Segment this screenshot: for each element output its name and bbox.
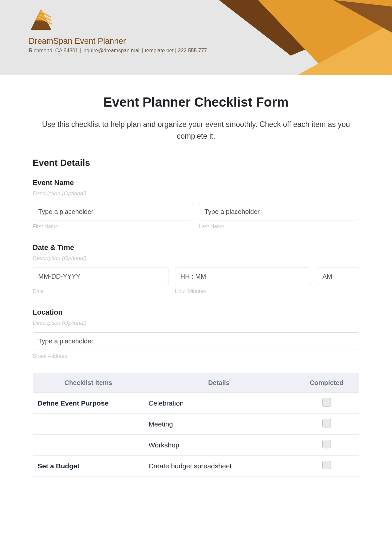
checklist-detail: Workshop xyxy=(144,435,294,456)
location-desc: Description (Optional) xyxy=(33,320,359,326)
table-row: Define Event Purpose Celebration xyxy=(33,393,359,414)
checklist-detail: Create budget spreadsheet xyxy=(144,456,294,477)
date-input[interactable] xyxy=(33,268,169,285)
table-row: Set a Budget Create budget spreadsheet xyxy=(33,456,359,477)
checklist-item: Set a Budget xyxy=(33,456,144,477)
checklist-detail: Meeting xyxy=(144,414,294,435)
checkbox[interactable] xyxy=(322,461,331,469)
time-input[interactable] xyxy=(175,268,311,285)
checklist-item: Define Event Purpose xyxy=(33,393,144,414)
checkbox[interactable] xyxy=(322,398,331,407)
date-sublabel: Date xyxy=(33,288,169,294)
company-name: DreamSpan Event Planner xyxy=(29,36,392,46)
col-items: Checklist Items xyxy=(33,373,144,393)
svg-marker-3 xyxy=(333,0,392,33)
field-location: Location Description (Optional) Street A… xyxy=(33,308,359,359)
col-completed: Completed xyxy=(294,373,359,393)
checklist-item xyxy=(33,414,144,435)
first-name-input[interactable] xyxy=(33,203,193,220)
street-address-sublabel: Street Address xyxy=(33,353,359,359)
first-name-sublabel: First Name xyxy=(33,224,193,230)
ampm-input[interactable] xyxy=(317,268,359,285)
form-title: Event Planner Checklist Form xyxy=(33,95,359,110)
form-content: Event Planner Checklist Form Use this ch… xyxy=(0,75,392,477)
col-details: Details xyxy=(144,373,294,393)
street-address-input[interactable] xyxy=(33,332,359,350)
checkbox[interactable] xyxy=(322,440,331,448)
table-row: Meeting xyxy=(33,414,359,435)
checklist-table: Checklist Items Details Completed Define… xyxy=(33,373,359,477)
checklist-item xyxy=(33,435,144,456)
form-intro: Use this checklist to help plan and orga… xyxy=(33,119,359,142)
company-info: Richmond, CA 94801 | inquire@dreamspan.m… xyxy=(29,48,392,54)
last-name-input[interactable] xyxy=(199,203,359,220)
field-event-name: Event Name Description (Optional) First … xyxy=(33,179,359,230)
table-row: Workshop xyxy=(33,435,359,456)
section-event-details: Event Details xyxy=(33,158,359,168)
event-name-label: Event Name xyxy=(33,179,359,187)
date-time-desc: Description (Optional) xyxy=(33,255,359,262)
time-sublabel: Hour Minutes xyxy=(175,288,311,294)
field-date-time: Date & Time Description (Optional) Date … xyxy=(33,243,359,294)
date-time-label: Date & Time xyxy=(33,243,359,252)
location-label: Location xyxy=(33,308,359,317)
page-header: DreamSpan Event Planner Richmond, CA 948… xyxy=(0,0,392,75)
svg-marker-1 xyxy=(258,0,392,65)
checklist-detail: Celebration xyxy=(144,393,294,414)
last-name-sublabel: Last Name xyxy=(199,224,359,230)
svg-marker-0 xyxy=(219,0,392,56)
event-name-desc: Description (Optional) xyxy=(33,190,359,197)
checkbox[interactable] xyxy=(322,419,331,427)
company-logo-icon xyxy=(29,7,53,32)
